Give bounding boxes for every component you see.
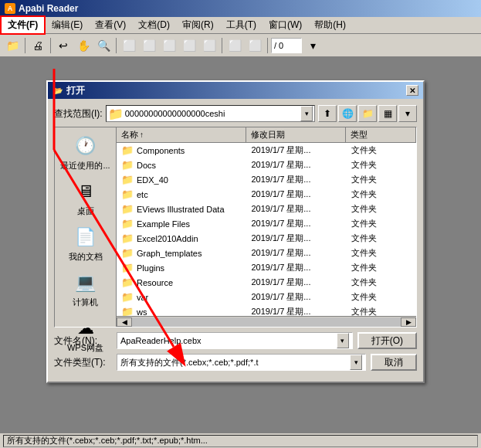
mydocs-label: 我的文档 — [69, 251, 103, 263]
dialog-view-btn[interactable]: ▦ — [378, 105, 397, 122]
dialog-close-button[interactable]: ✕ — [406, 85, 418, 96]
file-row[interactable]: 📁 Plugins 2019/1/7 星期... 文件夹 — [117, 260, 416, 275]
file-cell-name: 📁 Excel2010Addin — [117, 232, 246, 245]
folder-icon: 📁 — [121, 306, 134, 316]
app-icon: A — [5, 3, 15, 14]
sidebar-nav: 🕐 最近使用的... 🖥 桌面 📄 我的文档 💻 — [55, 127, 117, 327]
filename-combo-arrow[interactable]: ▾ — [337, 333, 349, 348]
menu-help[interactable]: 帮助(H) — [308, 17, 352, 33]
toolbar-back-btn[interactable]: ↩ — [54, 37, 73, 54]
file-row[interactable]: 📁 EViews Illustrated Data 2019/1/7 星期...… — [117, 202, 416, 216]
hscroll-track[interactable] — [132, 317, 401, 327]
col-header-name[interactable]: 名称 ↑ — [117, 127, 246, 142]
location-combo[interactable]: 📁 00000000000000000ceshi ▾ — [106, 105, 315, 122]
file-panel-header: 名称 ↑ 修改日期 类型 — [117, 127, 416, 143]
toolbar-print-btn[interactable]: 🖨 — [29, 37, 47, 54]
file-row[interactable]: 📁 Excel2010Addin 2019/1/7 星期... 文件夹 — [117, 231, 416, 246]
menu-window[interactable]: 窗口(W) — [263, 17, 308, 33]
file-cell-type: 文件夹 — [347, 188, 416, 201]
col-header-date[interactable]: 修改日期 — [246, 127, 346, 142]
hscroll-left[interactable]: ◀ — [117, 317, 132, 327]
file-cell-name: 📁 Example Files — [117, 217, 246, 230]
toolbar-btn-5[interactable]: ⬜ — [200, 37, 218, 54]
file-cell-name: 📁 Docs — [117, 158, 246, 171]
toolbar-sep-2 — [50, 38, 51, 53]
filename-label: 文件名(N): — [54, 334, 112, 348]
file-panel: 名称 ↑ 修改日期 类型 � — [117, 127, 416, 327]
file-cell-date: 2019/1/7 星期... — [246, 202, 346, 216]
file-row[interactable]: 📁 var 2019/1/7 星期... 文件夹 — [117, 290, 416, 304]
hscroll-right[interactable]: ▶ — [401, 317, 416, 327]
sidebar-nav-mydocs[interactable]: 📄 我的文档 — [59, 225, 112, 263]
toolbar-btn-3[interactable]: ⬜ — [160, 37, 178, 54]
location-value: 00000000000000000ceshi — [125, 109, 299, 118]
open-button[interactable]: 打开(O) — [357, 332, 417, 349]
file-cell-type: 文件夹 — [347, 276, 416, 289]
app-window: A Apabi Reader 文件(F) 编辑(E) 查看(V) 文档(D) 审… — [0, 0, 481, 448]
toolbar-folder-btn[interactable]: 📁 — [3, 37, 22, 54]
file-row[interactable]: 📁 EDX_40 2019/1/7 星期... 文件夹 — [117, 172, 416, 187]
file-cell-date: 2019/1/7 星期... — [246, 246, 346, 260]
dialog-title-bar: 📂 打开 ✕ — [48, 82, 423, 99]
menu-file[interactable]: 文件(F) — [0, 15, 46, 35]
file-cell-type: 文件夹 — [347, 217, 416, 230]
filename-combo[interactable]: ApaReaderHelp.cebx ▾ — [117, 332, 353, 349]
folder-icon: 📁 — [121, 291, 134, 303]
file-cell-name: 📁 ws — [117, 305, 246, 316]
page-input[interactable] — [271, 38, 302, 53]
toolbar-btn-7[interactable]: ⬜ — [246, 37, 264, 54]
toolbar-dropdown-btn[interactable]: ▾ — [303, 37, 322, 54]
dialog-newfolder-btn[interactable]: 📁 — [358, 105, 377, 122]
location-combo-arrow[interactable]: ▾ — [300, 106, 313, 121]
sidebar-nav-desktop[interactable]: 🖥 桌面 — [59, 179, 112, 217]
file-row[interactable]: 📁 Docs 2019/1/7 星期... 文件夹 — [117, 158, 416, 172]
sidebar-nav-computer[interactable]: 💻 计算机 — [59, 270, 112, 308]
computer-icon: 💻 — [72, 270, 100, 295]
menu-bar: 文件(F) 编辑(E) 查看(V) 文档(D) 审阅(R) 工具(T) 窗口(W… — [0, 17, 481, 34]
file-row[interactable]: 📁 etc 2019/1/7 星期... 文件夹 — [117, 187, 416, 202]
toolbar-btn-4[interactable]: ⬜ — [180, 37, 198, 54]
hscroll[interactable]: ◀ ▶ — [117, 316, 416, 327]
toolbar-btn-2[interactable]: ⬜ — [140, 37, 158, 54]
file-cell-name: 📁 EDX_40 — [117, 173, 246, 186]
file-cell-name: 📁 etc — [117, 188, 246, 201]
menu-tools[interactable]: 工具(T) — [220, 17, 263, 33]
file-cell-type: 文件夹 — [347, 173, 416, 186]
file-cell-date: 2019/1/7 星期... — [246, 188, 346, 201]
cancel-button[interactable]: 取消 — [371, 354, 417, 371]
file-cell-type: 文件夹 — [347, 202, 416, 216]
folder-icon: 📁 — [121, 232, 134, 244]
col-header-type[interactable]: 类型 — [346, 127, 416, 142]
file-cell-type: 文件夹 — [347, 232, 416, 245]
folder-icon: 📁 — [121, 262, 134, 273]
menu-review[interactable]: 审阅(R) — [176, 17, 220, 33]
toolbar-btn-1[interactable]: ⬜ — [120, 37, 138, 54]
file-cell-type: 文件夹 — [347, 305, 416, 316]
title-bar: A Apabi Reader — [0, 0, 481, 17]
file-row[interactable]: 📁 Example Files 2019/1/7 星期... 文件夹 — [117, 216, 416, 231]
toolbar-sep-1 — [25, 38, 25, 53]
filetype-combo[interactable]: 所有支持的文件(*.cebx;*.ceb;*.pdf;*.t ▾ — [117, 354, 366, 371]
dialog-up-btn[interactable]: ⬆ — [318, 105, 337, 122]
dialog-toolbar-buttons: ⬆ 🌐 📁 ▦ ▾ — [318, 105, 417, 122]
toolbar-btn-6[interactable]: ⬜ — [225, 37, 244, 54]
menu-view[interactable]: 查看(V) — [89, 17, 132, 33]
file-row[interactable]: 📁 Resource 2019/1/7 星期... 文件夹 — [117, 275, 416, 290]
toolbar-hand-btn[interactable]: ✋ — [74, 37, 93, 54]
file-row[interactable]: 📁 Graph_templates 2019/1/7 星期... 文件夹 — [117, 246, 416, 260]
folder-combo-icon: 📁 — [108, 107, 124, 121]
menu-edit[interactable]: 编辑(E) — [46, 17, 89, 33]
filetype-combo-arrow[interactable]: ▾ — [350, 355, 362, 370]
dialog-web-btn[interactable]: 🌐 — [338, 105, 357, 122]
open-dialog: 📂 打开 ✕ 查找范围(I): 📁 00000000000000000ceshi… — [46, 80, 425, 383]
toolbar-sep-4 — [222, 38, 222, 53]
toolbar-zoom-btn[interactable]: 🔍 — [94, 37, 113, 54]
file-row[interactable]: 📁 ws 2019/1/7 星期... 文件夹 — [117, 304, 416, 316]
file-cell-name: 📁 Components — [117, 144, 246, 157]
file-row[interactable]: 📁 Components 2019/1/7 星期... 文件夹 — [117, 143, 416, 158]
sidebar-nav-recent[interactable]: 🕐 最近使用的... — [59, 134, 112, 171]
dialog-view-dropdown[interactable]: ▾ — [398, 105, 417, 122]
menu-doc[interactable]: 文档(D) — [132, 17, 176, 33]
folder-icon: 📁 — [121, 218, 134, 229]
folder-icon: 📁 — [121, 188, 134, 200]
